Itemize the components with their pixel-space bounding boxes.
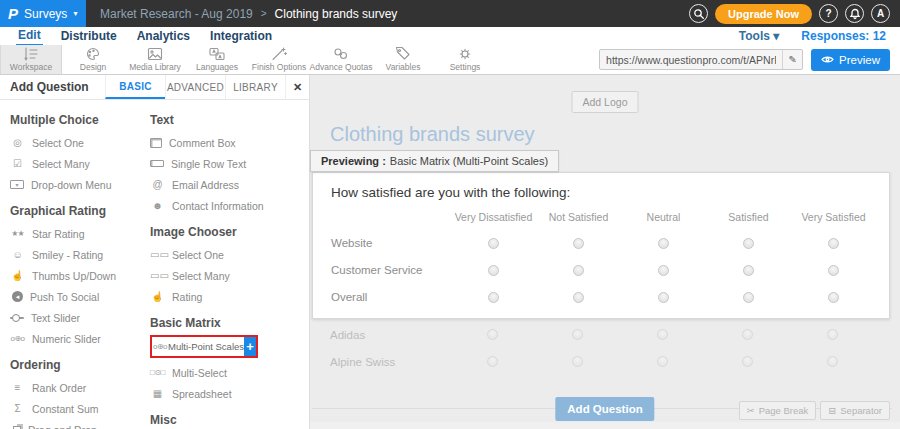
qtype-select-one[interactable]: ◎ Select One	[10, 132, 150, 153]
previewing-value: Basic Matrix (Multi-Point Scales)	[390, 155, 548, 167]
qtype-spreadsheet[interactable]: ▦ Spreadsheet	[150, 383, 308, 404]
tab-basic[interactable]: BASIC	[105, 75, 165, 99]
section-multiple-choice: Multiple Choice	[10, 113, 150, 127]
tab-library[interactable]: LIBRARY	[225, 75, 285, 99]
qtype-email-address[interactable]: @ Email Address	[150, 174, 308, 195]
radio-button[interactable]	[658, 238, 669, 249]
dropdown-icon: ▾	[10, 180, 24, 189]
radio-button[interactable]	[488, 292, 499, 303]
qtype-rank-order[interactable]: ≡ Rank Order	[10, 377, 150, 398]
qtype-comment-box[interactable]: Comment Box	[150, 132, 308, 153]
qtype-smiley-rating[interactable]: ☺ Smiley - Rating	[10, 244, 150, 265]
radio-button	[572, 329, 583, 340]
slider-icon	[10, 317, 24, 319]
matrix-row-label: Alpine Swiss	[330, 349, 450, 375]
help-button[interactable]: ?	[819, 4, 838, 23]
qtype-image-rating[interactable]: ☝ Rating	[150, 286, 308, 307]
menu-analytics[interactable]: Analytics	[135, 28, 192, 45]
multi-select-icon: □⊙□	[150, 369, 165, 377]
tab-media-library[interactable]: Media Library	[124, 45, 186, 74]
survey-title: Clothing brands survey	[330, 123, 535, 146]
radio-button[interactable]	[488, 238, 499, 249]
survey-url-input[interactable]	[600, 54, 782, 66]
add-logo-button[interactable]: Add Logo	[572, 91, 639, 113]
add-multi-point-scales-button[interactable]: +	[244, 337, 256, 356]
page-break-button[interactable]: ✂ Page Break	[739, 401, 817, 420]
qtype-numeric-slider[interactable]: o⊕o Numeric Slider	[10, 328, 150, 349]
survey-preview-area: Add Logo Clothing brands survey Previewi…	[310, 75, 900, 429]
qtype-multi-select[interactable]: □⊙□ Multi-Select	[150, 362, 308, 383]
translate-icon	[208, 47, 226, 61]
radio-button[interactable]	[573, 292, 584, 303]
radio-button	[487, 329, 498, 340]
qtype-drag-and-drop[interactable]: Drag and Drop	[10, 419, 150, 429]
underlying-survey-rows: Adidas Alpine Swiss	[312, 321, 890, 375]
qtype-image-select-many[interactable]: ▭▭ Select Many	[150, 265, 308, 286]
qtype-multi-point-scales-highlighted[interactable]: o⊕o Multi-Point Scales +	[150, 335, 258, 358]
qtype-text-slider[interactable]: Text Slider	[10, 307, 150, 328]
radio-button[interactable]	[828, 265, 839, 276]
radio-button[interactable]	[743, 265, 754, 276]
top-bar: P Surveys ▾ Market Research - Aug 2019 >…	[0, 0, 900, 27]
qtype-constant-sum[interactable]: Σ Constant Sum	[10, 398, 150, 419]
close-panel-button[interactable]: ✕	[285, 75, 309, 99]
radio-button[interactable]	[658, 292, 669, 303]
tab-variables[interactable]: Variables	[372, 45, 434, 74]
eye-icon	[821, 55, 834, 64]
magic-wand-icon	[270, 47, 288, 61]
qtype-push-to-social[interactable]: ◂ Push To Social	[10, 286, 150, 307]
menu-bar: Edit Distribute Analytics Integration To…	[0, 27, 900, 45]
account-avatar[interactable]: A	[871, 4, 890, 23]
add-question-panel: Add Question BASIC ADVANCED LIBRARY ✕ Mu…	[0, 75, 310, 429]
section-text: Text	[150, 113, 308, 127]
radio-button[interactable]	[828, 292, 839, 303]
qtype-star-rating[interactable]: ★★ Star Rating	[10, 223, 150, 244]
tab-design[interactable]: Design	[62, 45, 124, 74]
qtype-select-many[interactable]: ☑ Select Many	[10, 153, 150, 174]
separator-button[interactable]: ⊟ Separator	[820, 401, 890, 420]
tab-finish-options[interactable]: Finish Options	[248, 45, 310, 74]
add-question-button[interactable]: Add Question	[555, 397, 654, 421]
radio-button[interactable]	[573, 265, 584, 276]
section-image-chooser: Image Chooser	[150, 225, 308, 239]
product-name: Surveys	[24, 7, 67, 21]
chevron-down-icon: ▾	[773, 29, 779, 43]
qtype-contact-information[interactable]: ☻ Contact Information	[150, 195, 308, 216]
radio-button	[742, 356, 753, 367]
qtype-thumbs-up-down[interactable]: ☝ Thumbs Up/Down	[10, 265, 150, 286]
tab-workspace[interactable]: Workspace	[0, 45, 62, 74]
upgrade-now-button[interactable]: Upgrade Now	[715, 4, 812, 24]
matrix-column-header: Very Satisfied	[791, 204, 876, 230]
radio-button[interactable]	[743, 238, 754, 249]
text-input-icon	[150, 160, 164, 167]
qtype-dropdown-menu[interactable]: ▾ Drop-down Menu	[10, 174, 150, 195]
breadcrumb-parent[interactable]: Market Research - Aug 2019	[100, 7, 253, 21]
product-switcher[interactable]: P Surveys ▾	[0, 0, 86, 27]
tab-advance-quotas[interactable]: Advance Quotas	[310, 45, 372, 74]
panel-title: Add Question	[0, 75, 105, 99]
radio-button[interactable]	[488, 265, 499, 276]
radio-button[interactable]	[658, 265, 669, 276]
search-button[interactable]	[689, 4, 708, 23]
radio-button	[742, 329, 753, 340]
tab-languages[interactable]: Languages	[186, 45, 248, 74]
qtype-image-select-one[interactable]: ▭▭ Select One	[150, 244, 308, 265]
menu-distribute[interactable]: Distribute	[59, 28, 119, 45]
radio-button[interactable]	[828, 238, 839, 249]
tools-dropdown[interactable]: Tools ▾	[739, 29, 779, 43]
qtype-single-row-text[interactable]: Single Row Text	[150, 153, 308, 174]
tab-settings[interactable]: Settings	[434, 45, 496, 74]
menu-integration[interactable]: Integration	[208, 28, 274, 45]
radio-button[interactable]	[573, 238, 584, 249]
edit-url-button[interactable]: ✎	[782, 50, 802, 69]
responses-count[interactable]: Responses: 12	[801, 29, 886, 43]
preview-button[interactable]: Preview	[811, 49, 890, 71]
breadcrumb-separator: >	[261, 8, 267, 19]
radio-button[interactable]	[743, 292, 754, 303]
image-icon	[146, 47, 164, 61]
tag-icon	[394, 47, 412, 61]
tab-advanced[interactable]: ADVANCED	[165, 75, 225, 99]
menu-edit[interactable]: Edit	[16, 27, 43, 46]
footer-strip	[310, 422, 900, 429]
notifications-button[interactable]	[845, 4, 864, 23]
